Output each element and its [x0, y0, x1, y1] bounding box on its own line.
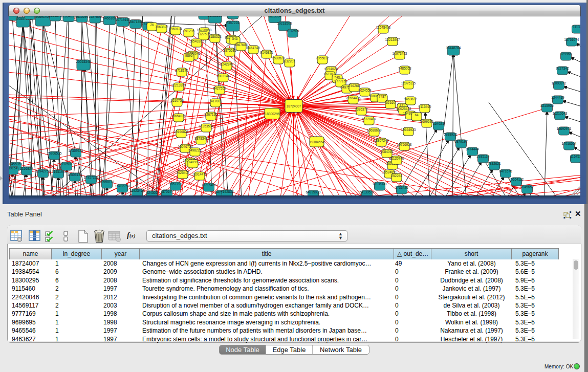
svg-text:9084067: 9084067	[380, 150, 394, 154]
svg-text:16210643: 16210643	[553, 112, 568, 115]
svg-text:10688609: 10688609	[367, 128, 382, 132]
svg-text:11132: 11132	[573, 25, 580, 29]
svg-text:4192832: 4192832	[221, 190, 234, 193]
svg-text:9227342: 9227342	[556, 67, 569, 70]
svg-text:16914479: 16914479	[192, 172, 207, 176]
svg-text:2803144: 2803144	[216, 74, 230, 78]
svg-text:19975887: 19975887	[59, 162, 74, 166]
svg-text:11923468: 11923468	[130, 189, 145, 192]
svg-text:7386372: 7386372	[355, 107, 368, 111]
svg-text:8878342: 8878342	[194, 137, 208, 140]
svg-text:9657791: 9657791	[169, 182, 182, 186]
svg-text:8454749: 8454749	[247, 46, 260, 50]
svg-text:19218506: 19218506	[277, 21, 292, 25]
svg-text:7485063: 7485063	[398, 67, 411, 70]
svg-text:15692971: 15692971	[557, 127, 572, 130]
svg-text:7357224: 7357224	[226, 21, 239, 25]
svg-text:14099: 14099	[188, 160, 198, 164]
svg-text:64: 64	[415, 113, 419, 117]
svg-text:545: 545	[335, 75, 340, 79]
svg-text:10958117: 10958117	[100, 180, 115, 184]
svg-text:11548408: 11548408	[376, 26, 391, 29]
svg-text:16046736: 16046736	[178, 145, 193, 148]
svg-text:252254: 252254	[391, 174, 402, 178]
svg-text:17359924: 17359924	[69, 149, 83, 152]
svg-text:746266: 746266	[349, 84, 360, 87]
svg-text:1132509: 1132509	[287, 29, 299, 33]
svg-text:12213967: 12213967	[385, 38, 400, 41]
svg-text:16671355: 16671355	[128, 20, 143, 24]
svg-text:20206535: 20206535	[47, 151, 62, 155]
svg-text:02654235: 02654235	[61, 16, 76, 18]
svg-text:10025433: 10025433	[397, 107, 411, 111]
svg-text:16136141: 16136141	[373, 182, 387, 186]
svg-text:1610755: 1610755	[170, 99, 184, 102]
svg-text:1156829: 1156829	[20, 167, 33, 170]
svg-text:8186323: 8186323	[208, 35, 222, 38]
svg-text:1588520: 1588520	[272, 56, 285, 60]
svg-text:19384554: 19384554	[310, 140, 324, 144]
svg-text:12975115: 12975115	[401, 81, 416, 85]
svg-text:9146821: 9146821	[260, 51, 273, 54]
svg-text:9474444: 9474444	[466, 147, 479, 151]
svg-text:832201: 832201	[284, 59, 295, 63]
svg-text:19654925: 19654925	[171, 114, 186, 118]
svg-text:64835030: 64835030	[306, 190, 321, 194]
svg-text:19166825: 19166825	[174, 130, 189, 134]
svg-text:19654923: 19654923	[401, 128, 416, 132]
svg-text:16033809: 16033809	[208, 16, 223, 17]
svg-text:1244419: 1244419	[551, 96, 564, 99]
svg-text:64139537: 64139537	[360, 190, 375, 194]
svg-text:16448784: 16448784	[446, 46, 461, 50]
svg-text:7625402: 7625402	[176, 171, 189, 174]
svg-text:9463627: 9463627	[404, 97, 417, 101]
svg-text:19756928: 19756928	[397, 143, 412, 146]
svg-text:929966: 929966	[560, 52, 572, 56]
svg-text:11353594: 11353594	[199, 124, 214, 128]
svg-text:924502: 924502	[146, 191, 158, 194]
svg-text:12213389: 12213389	[171, 83, 186, 87]
svg-text:18300295: 18300295	[265, 112, 280, 116]
svg-text:20053346: 20053346	[76, 60, 91, 63]
svg-text:17957223: 17957223	[84, 176, 99, 179]
svg-text:16120746: 16120746	[389, 157, 404, 160]
svg-text:116753: 116753	[570, 155, 580, 158]
svg-text:12093872: 12093872	[552, 81, 567, 85]
svg-text:15751074: 15751074	[564, 38, 579, 41]
svg-text:1615594: 1615594	[75, 16, 89, 18]
svg-text:9699695: 9699695	[420, 120, 433, 123]
svg-text:5498222: 5498222	[188, 148, 202, 152]
svg-text:9245652: 9245652	[520, 185, 534, 189]
svg-text:17016504: 17016504	[562, 142, 577, 145]
svg-text:9242848: 9242848	[220, 62, 233, 66]
svg-text:2867608: 2867608	[234, 43, 248, 47]
svg-text:7955812: 7955812	[316, 56, 329, 60]
svg-text:7832621: 7832621	[488, 162, 501, 165]
svg-text:1527602: 1527602	[89, 16, 102, 18]
svg-text:15716485: 15716485	[202, 183, 216, 187]
svg-text:62160: 62160	[386, 101, 395, 104]
svg-text:13524851: 13524851	[382, 170, 397, 174]
svg-text:3267130: 3267130	[204, 113, 217, 116]
svg-text:12505135: 12505135	[68, 173, 82, 177]
svg-text:10973493: 10973493	[393, 52, 407, 55]
svg-text:3624554: 3624554	[358, 89, 372, 92]
svg-text:16782759: 16782759	[115, 184, 130, 188]
svg-text:8471676: 8471676	[499, 169, 512, 173]
svg-text:26: 26	[150, 23, 154, 27]
svg-text:6879197: 6879197	[454, 140, 468, 143]
svg-text:21564436: 21564436	[346, 96, 361, 100]
svg-text:5938923: 5938923	[444, 133, 457, 136]
svg-text:2718176: 2718176	[175, 69, 188, 72]
svg-text:6466160: 6466160	[103, 16, 116, 20]
svg-text:12942757: 12942757	[36, 169, 51, 173]
svg-text:8427552: 8427552	[213, 86, 226, 90]
svg-text:164021: 164021	[433, 122, 444, 125]
svg-text:9896: 9896	[185, 54, 193, 57]
svg-text:8386379: 8386379	[49, 16, 62, 17]
svg-text:15720407: 15720407	[362, 117, 377, 121]
svg-text:9960124: 9960124	[169, 27, 182, 31]
svg-text:41700: 41700	[211, 99, 220, 103]
svg-text:15226058: 15226058	[197, 28, 212, 32]
svg-text:8455061: 8455061	[9, 162, 23, 166]
